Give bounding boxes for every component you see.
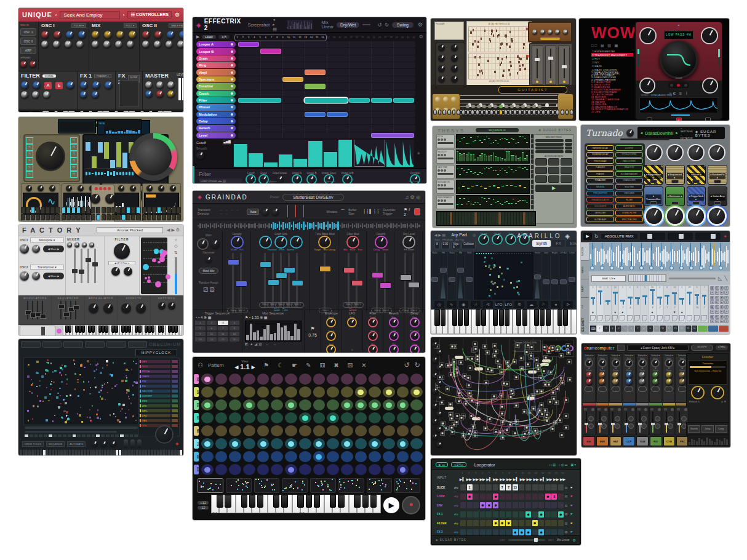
patch-jack[interactable] bbox=[457, 391, 461, 396]
rnd-flag-icon[interactable]: ⚑ bbox=[310, 326, 314, 332]
pattern-step-led[interactable] bbox=[711, 441, 713, 445]
sub-knob[interactable] bbox=[49, 185, 55, 191]
sub-knob[interactable] bbox=[26, 185, 32, 191]
fx-step-cell[interactable]: ✽ bbox=[480, 502, 485, 508]
matrix-cell-dot[interactable] bbox=[150, 258, 151, 259]
pattern-dot[interactable] bbox=[271, 386, 283, 398]
track-label-pill[interactable]: Crush bbox=[196, 90, 236, 97]
mini-key[interactable] bbox=[145, 450, 148, 455]
track-power-dot[interactable] bbox=[231, 92, 233, 95]
matrix-cell-dot[interactable] bbox=[161, 274, 162, 275]
editor-step-bar[interactable] bbox=[264, 162, 278, 167]
fx1-knob[interactable] bbox=[92, 91, 99, 98]
action-button[interactable] bbox=[535, 158, 547, 166]
matrix-cell-dot[interactable] bbox=[143, 282, 144, 283]
step-bar[interactable] bbox=[92, 156, 97, 168]
note-dot[interactable] bbox=[135, 363, 137, 365]
string-selector-button[interactable] bbox=[561, 110, 564, 115]
fx-step-cell[interactable] bbox=[519, 494, 524, 500]
patch-jack[interactable] bbox=[469, 398, 474, 403]
mod-fader-track[interactable]: RND 4 bbox=[288, 253, 290, 307]
patch-jack[interactable] bbox=[524, 425, 529, 430]
fx-step-cell[interactable] bbox=[545, 529, 551, 535]
slice-tbar-stem[interactable] bbox=[637, 297, 639, 305]
note-dot[interactable] bbox=[67, 415, 69, 417]
wobble-selector-knob[interactable] bbox=[37, 143, 64, 170]
matrix-tool-icon[interactable]: ⇅ bbox=[174, 250, 178, 255]
editor-link-icon[interactable]: ⚭ bbox=[417, 151, 423, 156]
pattern-dot[interactable] bbox=[410, 412, 423, 423]
pattern-dot[interactable] bbox=[313, 438, 326, 449]
step-button[interactable] bbox=[147, 214, 151, 221]
mod-ring-knob[interactable] bbox=[291, 237, 302, 247]
fx-step-cell[interactable]: ✽ bbox=[558, 511, 564, 518]
module-button[interactable]: RINGMODULATOR bbox=[586, 197, 614, 202]
pattern-dot[interactable] bbox=[369, 412, 381, 423]
trigger-step-button[interactable]: 4 bbox=[230, 321, 240, 325]
trigger-step-button[interactable]: 10 bbox=[207, 332, 217, 336]
note-dot[interactable] bbox=[114, 385, 116, 387]
tone-knob[interactable] bbox=[639, 372, 645, 378]
preset-prev[interactable]: ◂ bbox=[641, 130, 643, 135]
step-led[interactable] bbox=[25, 434, 28, 437]
lane-step[interactable] bbox=[515, 170, 517, 177]
step-button[interactable] bbox=[26, 214, 30, 221]
lane-step[interactable] bbox=[500, 170, 501, 177]
glide-knob[interactable] bbox=[30, 61, 36, 68]
pan-knob[interactable] bbox=[631, 408, 634, 411]
wobble-mode-icon[interactable]: ⊓ bbox=[70, 144, 78, 151]
step-button[interactable] bbox=[55, 214, 60, 221]
pan-knob[interactable] bbox=[644, 408, 647, 411]
envelope-cell[interactable] bbox=[634, 315, 640, 321]
pattern-dot[interactable] bbox=[229, 399, 241, 410]
kb-step[interactable] bbox=[484, 212, 486, 225]
matrix-cell-dot[interactable] bbox=[150, 266, 151, 267]
note-dot[interactable] bbox=[98, 391, 100, 393]
patch-jack[interactable] bbox=[514, 403, 519, 408]
mini-key[interactable] bbox=[171, 450, 174, 455]
step-led[interactable] bbox=[101, 434, 105, 437]
pattern-thumbnail[interactable] bbox=[254, 478, 280, 493]
toolbar-icon[interactable]: ⚑ bbox=[263, 362, 269, 369]
mod-dash[interactable] bbox=[471, 186, 474, 187]
note-dot[interactable] bbox=[107, 392, 109, 394]
lane-step[interactable] bbox=[488, 198, 490, 207]
black-key[interactable] bbox=[273, 495, 279, 508]
row-tool-button[interactable]: ◂ bbox=[710, 310, 714, 313]
kb-step[interactable] bbox=[492, 212, 495, 225]
filter-type-select[interactable]: ◀ LP 2 Pole ▾ bbox=[108, 261, 135, 265]
patch-jack[interactable] bbox=[522, 409, 527, 414]
envelope-cell[interactable] bbox=[657, 315, 663, 321]
track-power-dot[interactable] bbox=[231, 64, 233, 66]
action-button[interactable] bbox=[548, 158, 560, 166]
lane-mute-dash[interactable] bbox=[418, 76, 423, 82]
mod-ring-knob[interactable] bbox=[404, 237, 414, 247]
patch-jack[interactable] bbox=[475, 401, 480, 406]
factory-keyboard[interactable] bbox=[63, 326, 182, 335]
lane-slider[interactable] bbox=[437, 142, 453, 144]
magnet-icon[interactable]: ❂ bbox=[419, 34, 423, 39]
pattern-dot[interactable] bbox=[327, 386, 339, 398]
effect-slot-tile[interactable]: ◂ KlingonBeat ▸ bbox=[644, 165, 663, 185]
kb-step[interactable] bbox=[456, 212, 458, 225]
fader-handle[interactable] bbox=[86, 258, 91, 262]
kb-step[interactable] bbox=[495, 212, 498, 225]
track-power-dot[interactable] bbox=[231, 43, 233, 46]
mini-key[interactable] bbox=[154, 450, 156, 455]
mod-select-dot[interactable] bbox=[677, 84, 680, 87]
param-row[interactable]: PAN bbox=[140, 418, 178, 423]
nav-icons[interactable]: ◀ ▶ ▤ bbox=[434, 233, 445, 237]
note-dot[interactable] bbox=[128, 370, 130, 372]
matrix-cell-dot[interactable] bbox=[146, 242, 147, 243]
slice-tbar-stem[interactable] bbox=[667, 295, 668, 305]
sheet-note-dot[interactable] bbox=[496, 30, 498, 32]
module-knob[interactable] bbox=[432, 404, 437, 409]
mod-wheel[interactable] bbox=[31, 111, 41, 112]
pattern-step-led[interactable] bbox=[693, 440, 695, 445]
mod-dash[interactable] bbox=[484, 188, 487, 189]
step-led[interactable] bbox=[44, 434, 47, 437]
pattern-dot[interactable] bbox=[341, 386, 353, 398]
mini-key[interactable] bbox=[69, 450, 71, 455]
lane-step[interactable] bbox=[484, 154, 485, 161]
mini-key[interactable] bbox=[78, 450, 81, 455]
